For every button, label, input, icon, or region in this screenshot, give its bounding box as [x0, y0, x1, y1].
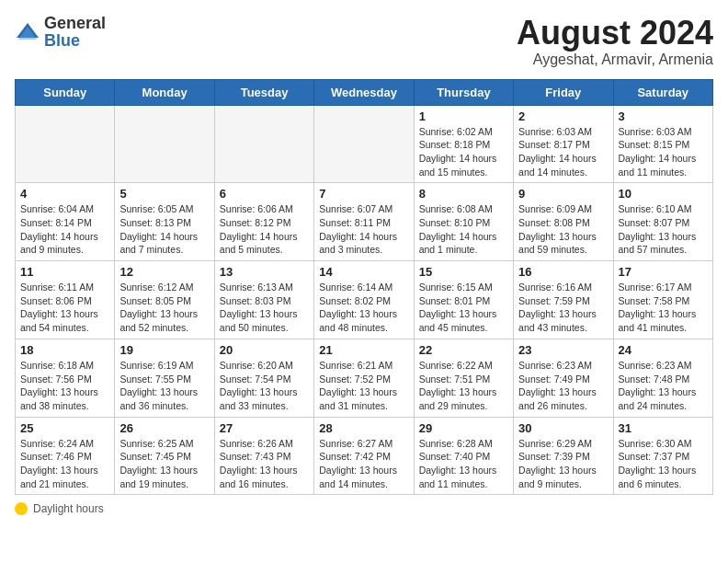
day-info: Sunrise: 6:28 AM Sunset: 7:40 PM Dayligh…: [419, 437, 508, 491]
day-number: 16: [518, 265, 608, 279]
calendar-header-cell: Wednesday: [314, 79, 414, 105]
day-info: Sunrise: 6:17 AM Sunset: 7:58 PM Dayligh…: [619, 281, 708, 335]
calendar-body: 1Sunrise: 6:02 AM Sunset: 8:18 PM Daylig…: [16, 105, 713, 495]
day-info: Sunrise: 6:19 AM Sunset: 7:55 PM Dayligh…: [119, 359, 209, 413]
day-info: Sunrise: 6:04 AM Sunset: 8:14 PM Dayligh…: [20, 202, 109, 257]
day-number: 18: [20, 343, 109, 357]
day-info: Sunrise: 6:30 AM Sunset: 7:37 PM Dayligh…: [619, 437, 708, 491]
day-number: 15: [419, 265, 508, 279]
main-title: August 2024: [517, 15, 713, 52]
logo-general: General: [44, 14, 106, 32]
calendar-cell: [314, 105, 414, 183]
calendar-week-row: 1Sunrise: 6:02 AM Sunset: 8:18 PM Daylig…: [16, 105, 713, 183]
calendar-cell: 30Sunrise: 6:29 AM Sunset: 7:39 PM Dayli…: [514, 417, 613, 495]
day-info: Sunrise: 6:10 AM Sunset: 8:07 PM Dayligh…: [619, 202, 708, 257]
calendar-cell: 22Sunrise: 6:22 AM Sunset: 7:51 PM Dayli…: [414, 339, 513, 417]
calendar-cell: [16, 105, 115, 183]
day-number: 26: [119, 421, 209, 435]
day-info: Sunrise: 6:16 AM Sunset: 7:59 PM Dayligh…: [518, 281, 608, 335]
header: General Blue August 2024 Aygeshat, Armav…: [15, 15, 713, 68]
calendar-cell: 31Sunrise: 6:30 AM Sunset: 7:37 PM Dayli…: [613, 417, 712, 495]
day-number: 11: [20, 265, 109, 279]
subtitle: Aygeshat, Armavir, Armenia: [517, 52, 713, 68]
day-info: Sunrise: 6:22 AM Sunset: 7:51 PM Dayligh…: [419, 359, 508, 413]
calendar-cell: 10Sunrise: 6:10 AM Sunset: 8:07 PM Dayli…: [613, 183, 712, 261]
title-area: August 2024 Aygeshat, Armavir, Armenia: [517, 15, 713, 68]
calendar-header-cell: Monday: [115, 79, 214, 105]
day-info: Sunrise: 6:24 AM Sunset: 7:46 PM Dayligh…: [20, 437, 109, 491]
calendar-cell: 17Sunrise: 6:17 AM Sunset: 7:58 PM Dayli…: [613, 261, 712, 339]
day-info: Sunrise: 6:07 AM Sunset: 8:11 PM Dayligh…: [319, 202, 408, 257]
calendar-cell: 15Sunrise: 6:15 AM Sunset: 8:01 PM Dayli…: [414, 261, 513, 339]
day-info: Sunrise: 6:25 AM Sunset: 7:45 PM Dayligh…: [119, 437, 209, 491]
day-info: Sunrise: 6:21 AM Sunset: 7:52 PM Dayligh…: [319, 359, 408, 413]
day-number: 31: [619, 421, 708, 435]
day-number: 1: [419, 109, 508, 123]
calendar-cell: 18Sunrise: 6:18 AM Sunset: 7:56 PM Dayli…: [16, 339, 115, 417]
day-number: 22: [419, 343, 508, 357]
calendar-cell: 1Sunrise: 6:02 AM Sunset: 8:18 PM Daylig…: [414, 105, 513, 183]
calendar-cell: 21Sunrise: 6:21 AM Sunset: 7:52 PM Dayli…: [314, 339, 414, 417]
day-number: 23: [518, 343, 608, 357]
day-info: Sunrise: 6:23 AM Sunset: 7:48 PM Dayligh…: [619, 359, 708, 413]
calendar-header-cell: Thursday: [414, 79, 513, 105]
day-info: Sunrise: 6:13 AM Sunset: 8:03 PM Dayligh…: [220, 281, 309, 335]
calendar-cell: 23Sunrise: 6:23 AM Sunset: 7:49 PM Dayli…: [514, 339, 613, 417]
logo: General Blue: [15, 15, 106, 50]
day-info: Sunrise: 6:11 AM Sunset: 8:06 PM Dayligh…: [20, 281, 109, 335]
day-number: 4: [20, 187, 109, 201]
calendar-cell: 19Sunrise: 6:19 AM Sunset: 7:55 PM Dayli…: [115, 339, 214, 417]
calendar-header-cell: Tuesday: [214, 79, 313, 105]
calendar-cell: 25Sunrise: 6:24 AM Sunset: 7:46 PM Dayli…: [16, 417, 115, 495]
day-number: 5: [119, 187, 209, 201]
calendar-cell: [214, 105, 313, 183]
calendar-table: SundayMondayTuesdayWednesdayThursdayFrid…: [15, 79, 713, 496]
day-number: 6: [220, 187, 309, 201]
calendar-cell: 13Sunrise: 6:13 AM Sunset: 8:03 PM Dayli…: [214, 261, 313, 339]
calendar-week-row: 4Sunrise: 6:04 AM Sunset: 8:14 PM Daylig…: [16, 183, 713, 261]
calendar-cell: 5Sunrise: 6:05 AM Sunset: 8:13 PM Daylig…: [115, 183, 214, 261]
day-info: Sunrise: 6:15 AM Sunset: 8:01 PM Dayligh…: [419, 281, 508, 335]
calendar-cell: 26Sunrise: 6:25 AM Sunset: 7:45 PM Dayli…: [115, 417, 214, 495]
day-number: 10: [619, 187, 708, 201]
day-number: 25: [20, 421, 109, 435]
calendar-cell: 11Sunrise: 6:11 AM Sunset: 8:06 PM Dayli…: [16, 261, 115, 339]
day-info: Sunrise: 6:26 AM Sunset: 7:43 PM Dayligh…: [220, 437, 309, 491]
calendar-cell: 9Sunrise: 6:09 AM Sunset: 8:08 PM Daylig…: [514, 183, 613, 261]
calendar-header-cell: Friday: [514, 79, 613, 105]
day-info: Sunrise: 6:03 AM Sunset: 8:17 PM Dayligh…: [518, 125, 608, 179]
day-number: 21: [319, 343, 408, 357]
day-info: Sunrise: 6:20 AM Sunset: 7:54 PM Dayligh…: [220, 359, 309, 413]
calendar-cell: 6Sunrise: 6:06 AM Sunset: 8:12 PM Daylig…: [214, 183, 313, 261]
day-number: 9: [518, 187, 608, 201]
day-number: 13: [220, 265, 309, 279]
calendar-cell: 28Sunrise: 6:27 AM Sunset: 7:42 PM Dayli…: [314, 417, 414, 495]
calendar-cell: 20Sunrise: 6:20 AM Sunset: 7:54 PM Dayli…: [214, 339, 313, 417]
day-number: 14: [319, 265, 408, 279]
day-number: 19: [119, 343, 209, 357]
day-info: Sunrise: 6:02 AM Sunset: 8:18 PM Dayligh…: [419, 125, 508, 179]
day-info: Sunrise: 6:12 AM Sunset: 8:05 PM Dayligh…: [119, 281, 209, 335]
day-info: Sunrise: 6:23 AM Sunset: 7:49 PM Dayligh…: [518, 359, 608, 413]
calendar-cell: 3Sunrise: 6:03 AM Sunset: 8:15 PM Daylig…: [613, 105, 712, 183]
day-info: Sunrise: 6:03 AM Sunset: 8:15 PM Dayligh…: [619, 125, 708, 179]
logo-icon: [15, 19, 40, 45]
calendar-week-row: 18Sunrise: 6:18 AM Sunset: 7:56 PM Dayli…: [16, 339, 713, 417]
day-info: Sunrise: 6:14 AM Sunset: 8:02 PM Dayligh…: [319, 281, 408, 335]
day-info: Sunrise: 6:06 AM Sunset: 8:12 PM Dayligh…: [220, 202, 309, 257]
sun-icon: [15, 502, 28, 515]
day-number: 27: [220, 421, 309, 435]
day-number: 30: [518, 421, 608, 435]
calendar-header-cell: Saturday: [613, 79, 712, 105]
calendar-cell: 4Sunrise: 6:04 AM Sunset: 8:14 PM Daylig…: [16, 183, 115, 261]
logo-blue: Blue: [44, 31, 80, 50]
day-number: 20: [220, 343, 309, 357]
calendar-header-row: SundayMondayTuesdayWednesdayThursdayFrid…: [16, 79, 713, 105]
day-number: 2: [518, 109, 608, 123]
day-number: 24: [619, 343, 708, 357]
day-number: 29: [419, 421, 508, 435]
calendar-cell: [115, 105, 214, 183]
day-info: Sunrise: 6:05 AM Sunset: 8:13 PM Dayligh…: [119, 202, 209, 257]
day-number: 17: [619, 265, 708, 279]
day-info: Sunrise: 6:29 AM Sunset: 7:39 PM Dayligh…: [518, 437, 608, 491]
